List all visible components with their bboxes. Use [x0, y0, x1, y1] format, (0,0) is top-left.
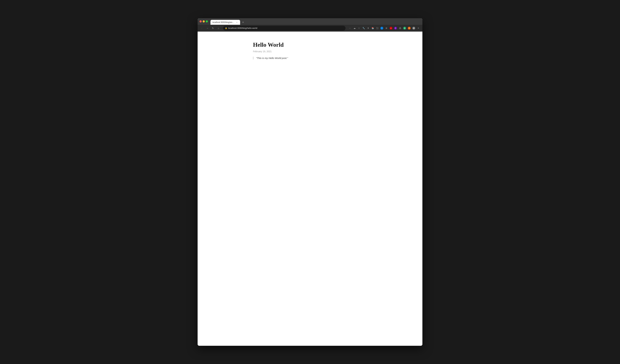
tab-title: localhost:3000/blog/wo…: [212, 21, 234, 23]
pocket-button[interactable]: ☁: [352, 26, 356, 30]
ext-download-button[interactable]: ⬇: [366, 26, 370, 30]
ext-container-button[interactable]: ⬛: [375, 26, 379, 30]
security-icon: 🔒: [225, 27, 227, 29]
maximize-window-button[interactable]: [206, 20, 208, 22]
more-options-icon: ···: [349, 27, 351, 29]
ext-orange-button[interactable]: R: [407, 26, 411, 30]
library-icon: 📚: [372, 27, 374, 29]
address-input[interactable]: [228, 27, 343, 29]
wrench-icon: 🔧: [362, 27, 365, 29]
pocket-icon: ☁: [354, 27, 356, 29]
page-content: Hello World February 19, 2021 “This is m…: [198, 31, 422, 346]
back-button[interactable]: ←: [200, 26, 204, 30]
star-icon: ☆: [358, 27, 360, 29]
grid-icon: ⊞: [386, 27, 387, 29]
ext-red-button[interactable]: ●: [389, 26, 393, 30]
ext-blue-icon: i: [380, 27, 383, 30]
container-icon: ⬛: [376, 27, 379, 29]
nav-bar: ← → ↻ ⌂ 🔒 ··· ☁ ☆ 🔧: [198, 25, 422, 31]
ext-blue-circle-button[interactable]: i: [380, 26, 384, 30]
ext-green-button[interactable]: G: [403, 26, 407, 30]
ext-purple-button[interactable]: P: [393, 26, 398, 30]
ext-grid-button[interactable]: ⊞: [384, 26, 388, 30]
power-icon: ⏻: [399, 27, 401, 29]
post-date: February 19, 2021: [253, 50, 367, 53]
download-icon: ⬇: [367, 27, 369, 29]
ext-orange-icon: R: [408, 27, 411, 30]
home-button[interactable]: ⌂: [216, 26, 221, 30]
blockquote-text: “This is my Hello World post.”: [256, 57, 367, 60]
reload-icon: ↻: [212, 27, 214, 30]
menu-button[interactable]: ≡: [416, 26, 420, 30]
bookmark-button[interactable]: ☆: [357, 26, 361, 30]
address-bar-container: 🔒: [223, 26, 345, 30]
post-blockquote: “This is my Hello World post.”: [253, 57, 367, 60]
title-bar: localhost:3000/blog/wo… × +: [198, 18, 422, 25]
blog-post: Hello World February 19, 2021 “This is m…: [253, 41, 367, 60]
home-icon: ⌂: [218, 27, 219, 30]
post-title: Hello World: [253, 41, 367, 48]
ext-wrench-button[interactable]: 🔧: [361, 26, 366, 30]
traffic-lights: [200, 20, 208, 22]
hamburger-icon: ≡: [418, 27, 419, 29]
active-tab[interactable]: localhost:3000/blog/wo… ×: [210, 20, 240, 25]
nav-right-icons: ··· ☁ ☆ 🔧 ⬇ 📚 ⬛ i: [348, 26, 420, 30]
ext-green-icon: G: [403, 27, 406, 30]
browser-window: localhost:3000/blog/wo… × + ← → ↻ ⌂ 🔒 ··…: [198, 18, 422, 346]
more-options-button[interactable]: ···: [348, 26, 352, 30]
ext-gray-button[interactable]: M: [412, 26, 416, 30]
ext-library-button[interactable]: 📚: [371, 26, 375, 30]
tab-close-button[interactable]: ×: [235, 21, 238, 24]
forward-button[interactable]: →: [205, 26, 210, 30]
ext-power-button[interactable]: ⏻: [398, 26, 402, 30]
close-window-button[interactable]: [200, 20, 202, 22]
forward-icon: →: [206, 27, 209, 30]
minimize-window-button[interactable]: [203, 20, 205, 22]
tab-area: localhost:3000/blog/wo… × +: [210, 18, 245, 25]
new-tab-button[interactable]: +: [241, 20, 245, 25]
reload-button[interactable]: ↻: [211, 26, 215, 30]
ext-red-icon: ●: [389, 27, 392, 30]
back-icon: ←: [201, 27, 203, 30]
ext-gray-icon: M: [412, 27, 415, 30]
ext-purple-icon: P: [394, 27, 397, 30]
